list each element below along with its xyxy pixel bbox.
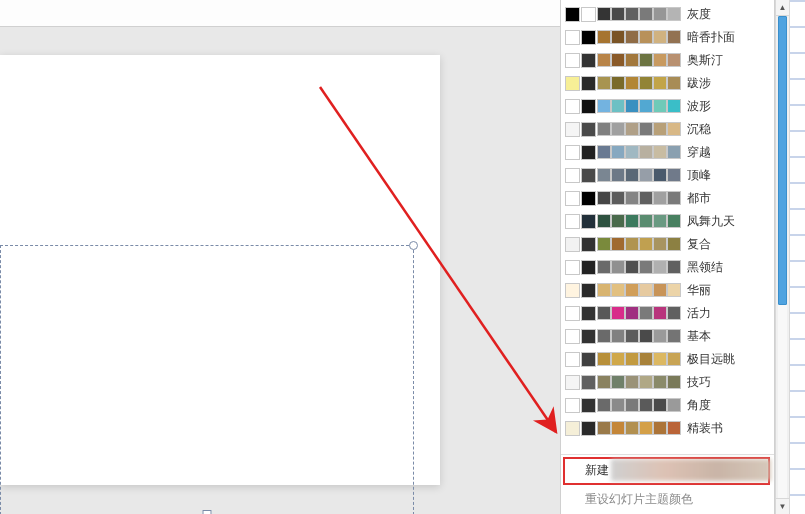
color-swatch	[611, 30, 625, 44]
swatch-group	[565, 352, 681, 367]
theme-label: 技巧	[687, 374, 711, 391]
color-swatch	[565, 99, 580, 114]
reset-theme-label[interactable]: 重设幻灯片主题颜色	[585, 491, 693, 508]
theme-label: 黑领结	[687, 259, 723, 276]
color-swatch	[597, 122, 611, 136]
color-swatch	[565, 191, 580, 206]
theme-row[interactable]: 都市	[565, 188, 770, 209]
theme-row[interactable]: 华丽	[565, 280, 770, 301]
color-swatch	[653, 30, 667, 44]
theme-row[interactable]: 精装书	[565, 418, 770, 439]
color-swatch	[653, 76, 667, 90]
color-swatch	[597, 329, 611, 343]
color-swatch	[565, 421, 580, 436]
color-swatch	[581, 329, 596, 344]
content-placeholder[interactable]	[0, 245, 414, 514]
scroll-thumb[interactable]	[778, 16, 787, 305]
theme-row[interactable]: 复合	[565, 234, 770, 255]
color-swatch	[597, 421, 611, 435]
theme-row[interactable]: 穿越	[565, 142, 770, 163]
theme-row[interactable]: 技巧	[565, 372, 770, 393]
color-swatch	[639, 122, 653, 136]
scroll-down-arrow[interactable]: ▼	[776, 498, 789, 514]
color-swatch	[565, 30, 580, 45]
theme-label: 精装书	[687, 420, 723, 437]
swatch-group	[565, 145, 681, 160]
theme-label: 都市	[687, 190, 711, 207]
theme-row[interactable]: 奥斯汀	[565, 50, 770, 71]
theme-row[interactable]: 基本	[565, 326, 770, 347]
color-swatch	[565, 53, 580, 68]
color-swatch	[611, 7, 625, 21]
color-swatch	[611, 398, 625, 412]
color-swatch	[597, 76, 611, 90]
color-swatch	[611, 260, 625, 274]
color-swatch	[653, 375, 667, 389]
theme-row[interactable]: 活力	[565, 303, 770, 324]
color-swatch	[667, 99, 681, 113]
color-swatch	[653, 352, 667, 366]
theme-label: 灰度	[687, 6, 711, 23]
color-swatch	[611, 352, 625, 366]
color-swatch	[667, 352, 681, 366]
theme-row[interactable]: 黑领结	[565, 257, 770, 278]
color-swatch	[653, 306, 667, 320]
color-swatch	[639, 7, 653, 21]
color-swatch	[653, 122, 667, 136]
color-swatch	[565, 7, 580, 22]
color-swatch	[625, 329, 639, 343]
theme-label: 暗香扑面	[687, 29, 735, 46]
color-swatch	[611, 329, 625, 343]
color-swatch	[639, 375, 653, 389]
theme-row[interactable]: 跋涉	[565, 73, 770, 94]
color-swatch	[625, 375, 639, 389]
resize-handle-top-right[interactable]	[409, 241, 418, 250]
resize-handle-bottom[interactable]	[203, 510, 212, 514]
color-swatch	[611, 237, 625, 251]
color-swatch	[565, 168, 580, 183]
panel-footer: 新建 重设幻灯片主题颜色	[561, 454, 774, 514]
theme-row[interactable]: 波形	[565, 96, 770, 117]
theme-row[interactable]: 角度	[565, 395, 770, 416]
color-swatch	[625, 122, 639, 136]
color-swatch	[565, 214, 580, 229]
theme-row[interactable]: 凤舞九天	[565, 211, 770, 232]
theme-row[interactable]: 极目远眺	[565, 349, 770, 370]
theme-label: 奥斯汀	[687, 52, 723, 69]
color-swatch	[667, 30, 681, 44]
theme-row[interactable]: 沉稳	[565, 119, 770, 140]
color-swatch	[625, 260, 639, 274]
theme-row[interactable]: 灰度	[565, 4, 770, 25]
color-swatch	[653, 283, 667, 297]
swatch-group	[565, 329, 681, 344]
color-swatch	[611, 168, 625, 182]
color-swatch	[667, 76, 681, 90]
vertical-scrollbar[interactable]: ▲ ▼	[775, 0, 790, 514]
color-swatch	[597, 260, 611, 274]
slide-canvas[interactable]	[0, 55, 440, 485]
color-swatch	[625, 214, 639, 228]
color-swatch	[639, 306, 653, 320]
color-swatch	[565, 329, 580, 344]
color-swatch	[625, 145, 639, 159]
color-swatch	[625, 283, 639, 297]
color-swatch	[625, 7, 639, 21]
swatch-group	[565, 7, 681, 22]
color-swatch	[625, 53, 639, 67]
theme-row[interactable]: 顶峰	[565, 165, 770, 186]
swatch-group	[565, 191, 681, 206]
theme-label: 华丽	[687, 282, 711, 299]
swatch-group	[565, 375, 681, 390]
color-swatch	[597, 237, 611, 251]
scroll-up-arrow[interactable]: ▲	[776, 0, 789, 16]
color-swatch	[653, 329, 667, 343]
theme-row[interactable]: 暗香扑面	[565, 27, 770, 48]
color-swatch	[625, 76, 639, 90]
color-swatch	[653, 260, 667, 274]
color-swatch	[611, 53, 625, 67]
color-swatch	[597, 306, 611, 320]
new-theme-label[interactable]: 新建	[585, 462, 609, 479]
color-swatch	[581, 260, 596, 275]
color-swatch	[667, 145, 681, 159]
scroll-track[interactable]	[778, 16, 787, 498]
